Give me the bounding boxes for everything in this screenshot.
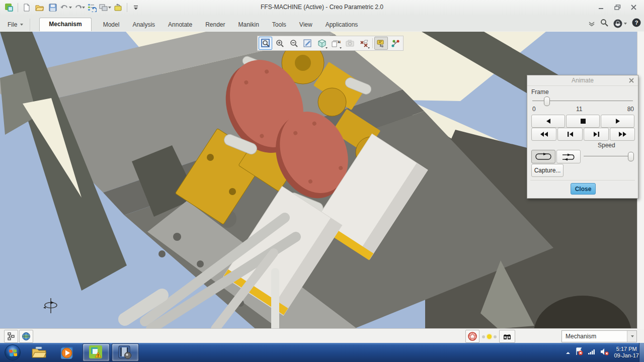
undo-icon[interactable]	[60, 2, 72, 14]
model-tree-toggle-button[interactable]	[4, 330, 18, 343]
increase-speed-button[interactable]	[610, 128, 635, 141]
animate-dialog: Animate Frame 0 11 80 Speed Capture... C…	[527, 75, 638, 199]
start-button[interactable]	[1, 344, 24, 361]
title-bar: FFS-MACHINE (Active) - Creo Parametric 2…	[0, 0, 644, 16]
toolbar-separator	[127, 3, 127, 12]
file-caret-icon	[20, 24, 23, 26]
action-center-icon[interactable]	[575, 347, 583, 357]
refit-button[interactable]	[259, 37, 272, 50]
go-to-start-button[interactable]	[557, 128, 583, 141]
open-file-icon[interactable]	[34, 2, 46, 14]
spin-center-button[interactable]	[388, 37, 402, 50]
speed-slider[interactable]	[584, 156, 632, 156]
stop-indicator-button[interactable]	[465, 330, 479, 343]
repaint-button[interactable]	[301, 37, 314, 50]
search-icon[interactable]	[600, 19, 608, 29]
animate-dialog-titlebar[interactable]: Animate	[527, 75, 638, 86]
tab-file[interactable]: File	[1, 19, 30, 31]
stop-button[interactable]	[566, 115, 600, 128]
account-caret-icon	[624, 23, 627, 25]
connect-account-icon[interactable]	[613, 19, 627, 28]
taskbar: 5:17 PM 09-Jan-17	[0, 343, 644, 362]
tab-analysis[interactable]: Analysis	[126, 19, 162, 31]
taskbar-screen-recorder[interactable]	[112, 343, 139, 361]
zoom-out-button[interactable]	[287, 37, 300, 50]
taskbar-media-player[interactable]	[54, 344, 80, 361]
tab-annotate[interactable]: Annotate	[162, 19, 199, 31]
creo-logo-icon[interactable]	[3, 2, 15, 14]
close-window-icon[interactable]	[112, 2, 124, 14]
svg-text:?: ?	[635, 20, 638, 26]
system-tray: 5:17 PM 09-Jan-17	[566, 343, 639, 362]
speed-label: Speed	[598, 142, 615, 149]
dialog-close-icon[interactable]	[628, 77, 635, 84]
network-icon[interactable]	[588, 348, 596, 357]
clock-time: 5:17 PM	[614, 346, 639, 352]
tab-render[interactable]: Render	[199, 19, 231, 31]
tab-manikin[interactable]: Manikin	[231, 19, 265, 31]
tab-tools[interactable]: Tools	[266, 19, 293, 31]
hidden-icons-button[interactable]	[566, 348, 571, 357]
play-forward-button[interactable]	[601, 115, 634, 128]
quick-access-toolbar	[3, 2, 142, 14]
taskbar-creo-parametric[interactable]	[83, 343, 110, 361]
status-lights	[482, 334, 497, 339]
frame-slider[interactable]	[532, 101, 633, 101]
animate-dialog-title: Animate	[572, 77, 594, 84]
tab-view[interactable]: View	[293, 19, 319, 31]
taskbar-clock[interactable]: 5:17 PM 09-Jan-17	[614, 346, 639, 359]
screen: { "window": { "title": "FFS-MACHINE (Act…	[0, 0, 644, 362]
graphics-viewport[interactable]: AB Animate Frame 0 11 80 Speed	[0, 31, 644, 329]
in-graphics-toolbar: AB	[257, 36, 404, 51]
zoom-in-button[interactable]	[273, 37, 286, 50]
display-style-button[interactable]	[315, 37, 329, 50]
saved-view-capture-button[interactable]	[343, 37, 357, 50]
decrease-speed-button[interactable]	[531, 128, 556, 141]
save-icon[interactable]	[47, 2, 59, 14]
clock-date: 09-Jan-17	[614, 352, 639, 359]
frame-slider-thumb[interactable]	[544, 97, 550, 106]
dialog-separator	[530, 180, 635, 180]
tab-model[interactable]: Model	[97, 19, 126, 31]
collapse-ribbon-icon[interactable]	[589, 19, 595, 28]
combo-dropdown-icon[interactable]	[627, 331, 636, 342]
customize-quick-access-icon[interactable]	[130, 2, 142, 14]
show-desktop-button[interactable]	[639, 343, 644, 362]
web-browser-toggle-button[interactable]	[19, 330, 33, 343]
frame-max: 80	[627, 106, 634, 113]
repeat-loop-button[interactable]	[531, 150, 555, 163]
find-button[interactable]	[499, 330, 515, 343]
restore-button[interactable]	[611, 2, 624, 12]
redo-icon[interactable]	[73, 2, 85, 14]
frame-min: 0	[532, 106, 536, 113]
show-annotations-button[interactable]	[374, 37, 388, 50]
frame-current: 11	[576, 106, 582, 113]
annotation-display-button[interactable]: AB	[329, 37, 343, 50]
toolbar-separator	[372, 38, 373, 48]
ribbon-tab-row: File Mechanism Model Analysis Annotate R…	[0, 15, 644, 32]
repeat-bounce-button[interactable]	[556, 150, 581, 163]
go-to-end-button[interactable]	[584, 128, 609, 141]
taskbar-items	[1, 343, 139, 362]
dialog-close-button[interactable]: Close	[571, 183, 596, 195]
tab-applications[interactable]: Applications	[319, 19, 365, 31]
tab-mechanism[interactable]: Mechanism	[39, 18, 91, 31]
play-backward-button[interactable]	[531, 115, 565, 128]
status-bar: Mechanism	[0, 328, 644, 343]
minimize-button[interactable]	[595, 2, 608, 12]
speed-slider-thumb[interactable]	[628, 152, 634, 161]
datum-display-filters-button[interactable]	[357, 37, 371, 50]
window-switch-icon[interactable]	[99, 2, 111, 14]
volume-muted-icon[interactable]	[600, 348, 609, 357]
ribbon-tabs: File Mechanism Model Analysis Annotate R…	[1, 18, 364, 31]
taskbar-windows-explorer[interactable]	[26, 344, 52, 361]
mode-combo[interactable]: Mechanism	[561, 330, 637, 342]
spin-cursor-icon	[42, 297, 59, 314]
regenerate-icon[interactable]	[86, 2, 98, 14]
help-icon[interactable]: ?	[632, 18, 641, 29]
close-button[interactable]	[627, 2, 640, 12]
capture-button[interactable]: Capture...	[531, 164, 564, 177]
new-file-icon[interactable]	[21, 2, 33, 14]
window-controls	[595, 2, 640, 12]
ribbon-right-icons: ?	[589, 18, 641, 29]
